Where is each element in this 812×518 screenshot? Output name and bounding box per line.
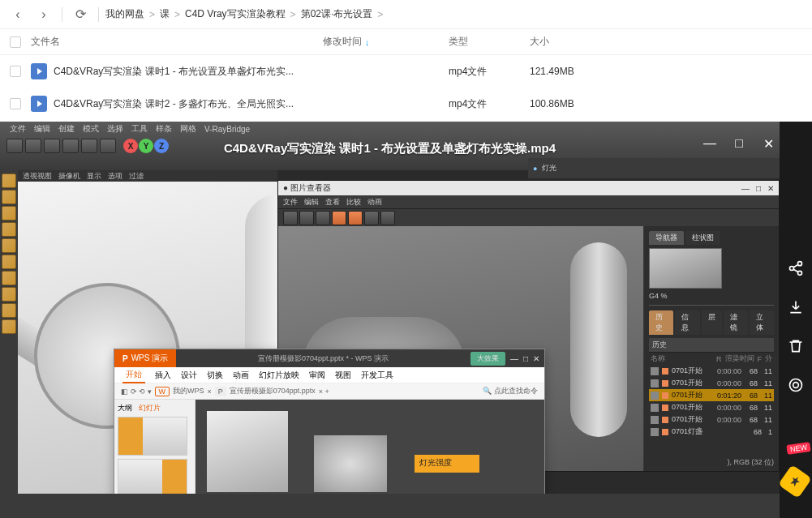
render-menu-item[interactable]: 动画 (367, 197, 382, 208)
refresh-button[interactable]: ⟳ (69, 3, 92, 26)
c4d-menu-item[interactable]: 网格 (180, 123, 196, 135)
wps-tab[interactable]: 审阅 (309, 370, 325, 381)
c4d-tool-icon[interactable] (2, 238, 16, 253)
wps-maximize-icon[interactable]: □ (523, 354, 528, 363)
history-row[interactable]: 0701灯盏681 (649, 426, 774, 438)
render-tool-icon[interactable] (283, 211, 298, 225)
wps-side-tab[interactable]: 大纲 (118, 403, 132, 413)
c4d-menu-item[interactable]: V-RayBridge (204, 125, 250, 134)
file-row[interactable]: C4D&VRay写实渲染 课时1 - 布光设置及单盏灯布光实... mp4文件 … (0, 55, 812, 88)
wps-tab[interactable]: 动画 (233, 370, 249, 381)
file-row[interactable]: C4D&VRay写实渲染 课时2 - 多盏灯布光、全局光照实... mp4文件 … (0, 88, 812, 120)
wps-toolbar-label[interactable]: 我的WPS (173, 386, 204, 396)
history-row[interactable]: 0701开始0:00:006811 (649, 401, 774, 413)
wps-side-tab[interactable]: 幻灯片 (139, 403, 161, 413)
render-tool-icon[interactable] (348, 211, 363, 225)
axis-z-icon[interactable]: Z (154, 139, 169, 153)
render-tab[interactable]: 滤镜 (724, 310, 748, 335)
wps-tab[interactable]: 设计 (181, 370, 197, 381)
render-menu-item[interactable]: 比较 (346, 197, 361, 208)
wps-tab[interactable]: 视图 (335, 370, 351, 381)
wps-close-icon[interactable]: ✕ (533, 354, 539, 363)
render-tab[interactable]: 立体 (750, 310, 774, 335)
history-row[interactable]: 0701开始0:00:006811 (649, 377, 774, 389)
c4d-menu-item[interactable]: 样条 (156, 123, 172, 135)
render-menu-item[interactable]: 查看 (325, 197, 340, 208)
history-row[interactable]: 0701开始0:01:206811 (649, 389, 774, 401)
render-tab[interactable]: 层 (702, 310, 722, 335)
share-icon[interactable] (787, 259, 805, 277)
c4d-menu-item[interactable]: 模式 (83, 123, 99, 135)
c4d-tool-icon[interactable] (2, 255, 16, 269)
render-tab[interactable]: 历史 (649, 310, 673, 335)
slide-thumbnail[interactable] (118, 459, 187, 498)
column-name[interactable]: 文件名 (31, 35, 323, 49)
axis-x-icon[interactable]: X (123, 139, 138, 153)
render-tab[interactable]: 柱状图 (685, 231, 720, 245)
c4d-tool-icon[interactable] (2, 222, 16, 237)
render-tool-icon[interactable] (332, 211, 346, 225)
breadcrumb-item[interactable]: 我的网盘 (105, 7, 144, 21)
wps-minimize-icon[interactable]: — (510, 354, 518, 363)
c4d-tool-icon[interactable] (2, 271, 16, 285)
select-all-checkbox[interactable] (10, 36, 21, 48)
row-checkbox[interactable] (10, 66, 21, 77)
c4d-tool-icon[interactable] (2, 173, 16, 188)
c4d-tool-icon[interactable] (2, 190, 16, 204)
breadcrumb-item[interactable]: 第02课·布光设置 (301, 7, 373, 21)
c4d-tool-icon[interactable] (2, 319, 16, 334)
close-icon[interactable]: ✕ (767, 184, 774, 193)
c4d-tool-icon[interactable] (2, 287, 16, 302)
wps-effect-button[interactable]: 大效果 (470, 352, 505, 366)
render-tool-icon[interactable] (380, 211, 395, 225)
render-menu-item[interactable]: 文件 (283, 197, 298, 208)
c4d-menu-item[interactable]: 文件 (10, 123, 26, 135)
render-tab[interactable]: 信息 (675, 310, 699, 335)
render-tool-icon[interactable] (316, 211, 330, 225)
render-menu-item[interactable]: 编辑 (304, 197, 319, 208)
c4d-menu-item[interactable]: 编辑 (34, 123, 50, 135)
close-icon[interactable]: ✕ (761, 136, 775, 151)
minimize-icon[interactable]: — (741, 184, 750, 193)
c4d-tool-icon[interactable] (2, 303, 16, 318)
c4d-timeline[interactable] (0, 494, 780, 518)
c4d-menu-item[interactable]: 选择 (107, 123, 123, 135)
c4d-tool-button[interactable] (62, 139, 79, 153)
render-tool-icon[interactable] (364, 211, 379, 225)
c4d-menu-item[interactable]: 工具 (131, 123, 148, 135)
c4d-tool-icon[interactable] (2, 206, 16, 220)
wps-tab[interactable]: 开始 (122, 367, 145, 383)
column-type[interactable]: 类型 (449, 35, 530, 49)
c4d-menu-item[interactable]: 创建 (58, 123, 75, 135)
column-size[interactable]: 大小 (530, 35, 627, 49)
c4d-tool-button[interactable] (25, 139, 41, 153)
c4d-tool-button[interactable] (100, 139, 116, 153)
wps-tab[interactable]: 切换 (207, 370, 223, 381)
wps-tab[interactable]: 幻灯片放映 (259, 370, 299, 381)
forward-button[interactable]: › (32, 3, 55, 26)
c4d-tool-button[interactable] (6, 139, 23, 153)
minimize-icon[interactable]: — (702, 136, 717, 151)
render-tool-icon[interactable] (299, 211, 314, 225)
render-thumbnail[interactable] (649, 248, 722, 289)
slide-thumbnail[interactable] (118, 417, 187, 456)
breadcrumb-item[interactable]: 课 (160, 7, 170, 21)
maximize-icon[interactable]: □ (732, 136, 746, 151)
c4d-tool-button[interactable] (44, 139, 60, 153)
wps-tab[interactable]: 插入 (155, 370, 171, 381)
row-checkbox[interactable] (10, 98, 21, 109)
maximize-icon[interactable]: □ (756, 184, 761, 193)
history-row[interactable]: 0701开始0:00:006811 (649, 413, 774, 426)
render-tab[interactable]: 导航器 (649, 231, 684, 245)
back-button[interactable]: ‹ (6, 3, 29, 26)
breadcrumb-item[interactable]: C4D Vray写实渲染教程 (185, 7, 286, 21)
c4d-tool-button[interactable] (81, 139, 97, 153)
more-icon[interactable] (787, 376, 805, 394)
delete-icon[interactable] (787, 337, 805, 355)
wps-toolbar-path[interactable]: 宣传册模摄影0704ppt.pptx (230, 386, 316, 396)
column-date[interactable]: 修改时间↓ (323, 35, 449, 49)
history-row[interactable]: 0701开始0:00:006811 (649, 365, 774, 377)
wps-brand-tab[interactable]: PWPS 演示 (114, 349, 176, 367)
wps-tab[interactable]: 开发工具 (361, 370, 393, 381)
axis-y-icon[interactable]: Y (139, 139, 153, 153)
